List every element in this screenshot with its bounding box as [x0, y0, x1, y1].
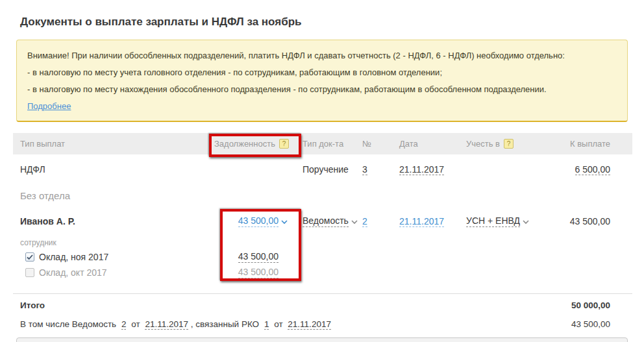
employee-debt-dropdown[interactable]: 43 500,00: [238, 215, 288, 227]
chevron-spacer: [279, 257, 288, 258]
details-link[interactable]: Подробнее: [27, 101, 71, 111]
chevron-down-icon[interactable]: [281, 216, 288, 226]
account-in-help-icon[interactable]: ?: [504, 139, 514, 149]
employee-doc-number-link[interactable]: 2: [362, 216, 367, 227]
detail-from-1: от: [131, 319, 140, 329]
ndfl-to-pay-link[interactable]: 6 500,00: [575, 164, 611, 175]
employee-doc-type-link[interactable]: Ведомость: [303, 215, 349, 227]
chevron-down-icon[interactable]: [351, 216, 358, 226]
salary-item-amount-link[interactable]: 43 500,00: [238, 251, 279, 263]
header-date: Дата: [399, 139, 466, 149]
table-row-employee: Иванов А. Р. 43 500,00 Ведомость 2 21.11…: [13, 206, 632, 236]
employee-doc-date-link[interactable]: 21.11.2017: [399, 216, 444, 227]
total-row: Итого 50 000,00: [13, 293, 632, 316]
table-row-salary-item: Оклад, окт 2017 43 500,00: [13, 265, 632, 280]
table-row-salary-item: Оклад, ноя 2017 43 500,00: [13, 249, 632, 265]
total-label: Итого: [20, 300, 45, 310]
chevron-down-icon[interactable]: [523, 216, 529, 226]
warning-line-1: Внимание! При наличии обособленных подра…: [27, 47, 617, 64]
chevron-spacer: [279, 273, 288, 273]
header-account-in-cell: Учесть в?: [466, 139, 539, 149]
ndfl-label: НДФЛ: [13, 164, 214, 175]
payroll-documents-page: Документы о выплате зарплаты и НДФЛ за н…: [0, 0, 644, 342]
group-label: Без отдела: [13, 190, 214, 201]
statement-date-link[interactable]: 21.11.2017: [145, 319, 188, 330]
debt-help-icon[interactable]: ?: [279, 139, 289, 149]
warning-line-2: - в налоговую по месту учета головного о…: [27, 64, 617, 81]
salary-item-checkbox-unchecked[interactable]: [25, 268, 34, 277]
employee-debt-link[interactable]: 43 500,00: [238, 215, 279, 227]
employee-account-in-dropdown[interactable]: УСН + ЕНВД: [466, 215, 529, 227]
table-row-role: сотрудник: [13, 236, 632, 249]
bottom-panel-edge: [16, 337, 628, 342]
total-detail-text: В том числе Ведомость 2 от 21.11.2017 , …: [20, 319, 331, 330]
employee-doc-type-dropdown[interactable]: Ведомость: [303, 215, 358, 227]
warning-line-3: - в налоговую по месту нахождения обособ…: [27, 81, 617, 98]
salary-item-amount-link[interactable]: 43 500,00: [238, 267, 279, 278]
table-header-row: Тип выплат Задолженность? Тип док-та № Д…: [13, 133, 632, 154]
employee-account-in-link[interactable]: УСН + ЕНВД: [466, 215, 520, 227]
warning-banner: Внимание! При наличии обособленных подра…: [16, 40, 628, 122]
salary-item-label[interactable]: Оклад, ноя 2017: [39, 252, 108, 262]
employee-role-label: сотрудник: [13, 238, 214, 247]
employee-to-pay: 43 500,00: [539, 216, 632, 226]
header-account-in: Учесть в: [466, 139, 500, 149]
header-to-pay: К выплате: [539, 139, 632, 149]
ndfl-doc-date-link[interactable]: 21.11.2017: [399, 164, 444, 175]
salary-item-checkbox-checked[interactable]: [25, 252, 34, 262]
page-title: Документы о выплате зарплаты и НДФЛ за н…: [20, 16, 644, 29]
total-detail-row: В том числе Ведомость 2 от 21.11.2017 , …: [13, 316, 632, 332]
payments-table: Тип выплат Задолженность? Тип док-та № Д…: [13, 133, 632, 332]
header-doc-type: Тип док-та: [299, 139, 361, 149]
header-debt-cell: Задолженность?: [214, 139, 299, 149]
total-detail-value: 43 500,00: [571, 319, 610, 329]
salary-item-label[interactable]: Оклад, окт 2017: [39, 267, 107, 278]
statement-number-link[interactable]: 2: [121, 319, 127, 330]
table-group-row: Без отдела: [13, 184, 632, 206]
rko-number-link[interactable]: 1: [264, 319, 269, 330]
header-debt: Задолженность: [214, 139, 275, 149]
ndfl-doc-number-link[interactable]: 3: [362, 164, 367, 175]
ndfl-doc-type: Поручение: [299, 164, 361, 175]
header-payment-type: Тип выплат: [13, 139, 214, 149]
detail-middle: , связанный РКО: [191, 319, 259, 329]
detail-prefix: В том числе Ведомость: [20, 319, 116, 329]
detail-from-2: от: [274, 319, 282, 329]
rko-date-link[interactable]: 21.11.2017: [288, 319, 331, 330]
total-value: 50 000,00: [571, 300, 610, 310]
employee-name: Иванов А. Р.: [13, 216, 214, 226]
table-row-ndfl: НДФЛ Поручение 3 21.11.2017 6 500,00: [13, 154, 632, 184]
header-number: №: [361, 139, 399, 149]
